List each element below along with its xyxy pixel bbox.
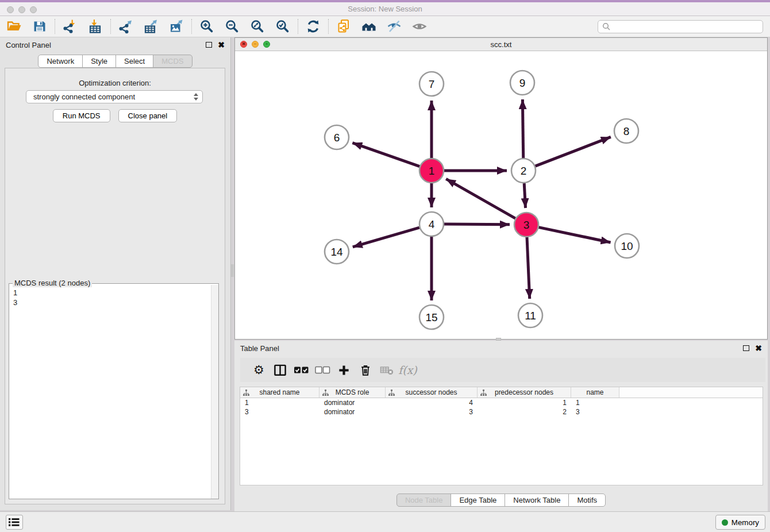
criterion-dropdown[interactable]: strongly connected component — [26, 90, 203, 103]
graph-node-11[interactable]: 11 — [518, 303, 542, 327]
graph-node-4[interactable]: 4 — [419, 212, 444, 236]
graph-edge-3-10[interactable] — [539, 228, 611, 242]
column-header-predecessor-nodes[interactable]: predecessor nodes — [478, 387, 571, 398]
column-header-shared-name[interactable]: shared name — [240, 387, 319, 398]
duplicate-documents-icon — [336, 19, 351, 34]
graph-node-7[interactable]: 7 — [419, 72, 444, 96]
column-header-MCDS-role[interactable]: MCDS role — [319, 387, 386, 398]
table-cell: 1 — [571, 398, 619, 407]
control-panel-title: Control Panel — [6, 41, 206, 49]
app-title: Session: New Session — [0, 5, 770, 13]
result-scrollbar[interactable] — [211, 285, 218, 499]
graph-edge-2-9[interactable] — [522, 99, 523, 158]
zoom-fit-button[interactable] — [248, 17, 267, 36]
table-cell-filler — [619, 398, 763, 407]
graph-node-2[interactable]: 2 — [511, 159, 536, 183]
export-image-button[interactable] — [167, 17, 186, 36]
tab-edge-table[interactable]: Edge Table — [451, 494, 505, 507]
save-session-button[interactable] — [30, 17, 49, 36]
graph-edge-3-11[interactable] — [527, 237, 530, 299]
close-panel-icon[interactable]: ✖ — [218, 41, 225, 49]
delete-column-button[interactable] — [355, 360, 376, 380]
graph-node-10[interactable]: 10 — [615, 234, 639, 258]
first-neighbors-button[interactable] — [359, 17, 379, 36]
memory-button[interactable]: Memory — [715, 515, 765, 530]
close-table-panel-icon[interactable]: ✖ — [755, 344, 762, 352]
float-panel-icon[interactable] — [206, 42, 212, 48]
table-cell: 3 — [240, 407, 319, 417]
memory-status-icon — [722, 519, 728, 526]
table-row[interactable]: 3dominator323 — [240, 407, 763, 417]
search-box[interactable] — [598, 20, 763, 33]
graph-edge-3-1[interactable] — [446, 179, 515, 218]
hide-selected-button[interactable] — [384, 17, 404, 36]
zoom-in-button[interactable] — [197, 17, 217, 36]
tab-mcds[interactable]: MCDS — [153, 55, 192, 68]
float-table-panel-icon[interactable] — [743, 345, 749, 351]
table-row[interactable]: 1dominator411 — [240, 398, 763, 407]
import-network-button[interactable] — [60, 17, 80, 36]
column-header-label: name — [586, 388, 603, 396]
export-table-button[interactable] — [141, 17, 161, 36]
tab-style[interactable]: Style — [82, 55, 116, 68]
open-session-button[interactable] — [5, 17, 24, 36]
network-window-titlebar[interactable]: ✖ − + scc.txt — [235, 38, 767, 51]
graph-edge-2-8[interactable] — [536, 137, 611, 166]
tab-node-table[interactable]: Node Table — [396, 494, 452, 507]
trash-icon — [359, 364, 372, 377]
titlebar-accent — [0, 0, 770, 2]
column-header-label: shared name — [259, 388, 299, 396]
graph-edge-2-3[interactable] — [524, 183, 525, 208]
tab-network[interactable]: Network — [38, 55, 83, 68]
save-floppy-icon — [32, 19, 47, 34]
vertical-splitter-handle[interactable] — [231, 264, 234, 277]
zoom-out-button[interactable] — [222, 17, 242, 36]
graph-node-label: 4 — [429, 218, 435, 230]
graph-edge-1-6[interactable] — [352, 143, 419, 167]
refresh-icon — [306, 19, 321, 34]
apply-layout-button[interactable] — [303, 17, 323, 36]
close-panel-button[interactable]: Close panel — [118, 109, 178, 122]
tab-motifs[interactable]: Motifs — [568, 494, 606, 507]
tab-select[interactable]: Select — [116, 55, 153, 68]
graph-node-8[interactable]: 8 — [614, 119, 638, 143]
column-header-name[interactable]: name — [571, 387, 619, 398]
graph-edge-4-14[interactable] — [353, 228, 419, 247]
eye-slash-icon — [387, 19, 402, 34]
toolbar-separator — [328, 19, 329, 34]
dropdown-stepper-icon — [193, 92, 199, 101]
graph-node-3[interactable]: 3 — [514, 213, 538, 237]
select-all-columns-button[interactable] — [291, 360, 312, 380]
search-icon — [602, 22, 610, 30]
delete-table-button[interactable] — [376, 360, 397, 380]
table-cell: 1 — [478, 398, 571, 407]
unselect-all-columns-button[interactable] — [312, 360, 333, 380]
table-options-button[interactable]: ⚙ — [248, 360, 270, 380]
graph-node-15[interactable]: 15 — [419, 305, 444, 329]
show-panels-button[interactable] — [6, 515, 23, 530]
graph-node-14[interactable]: 14 — [325, 240, 349, 264]
graph-node-6[interactable]: 6 — [325, 125, 349, 149]
column-header-label: MCDS role — [336, 388, 369, 396]
column-header-successor-nodes[interactable]: successor nodes — [386, 387, 478, 398]
tab-network-table[interactable]: Network Table — [505, 494, 569, 507]
table-cell: dominator — [319, 407, 386, 417]
network-canvas[interactable]: 7968124314101511 — [235, 51, 767, 339]
show-all-button[interactable] — [410, 17, 429, 36]
run-mcds-button[interactable]: Run MCDS — [53, 109, 110, 122]
zoom-selected-button[interactable] — [273, 17, 292, 36]
graph-edge-4-3[interactable] — [444, 224, 510, 225]
duplicate-network-button[interactable] — [334, 17, 353, 36]
split-view-button[interactable] — [270, 360, 291, 380]
function-builder-button[interactable]: f(x) — [397, 360, 418, 380]
graph-node-9[interactable]: 9 — [510, 71, 534, 95]
table-tabs: Node TableEdge TableNetwork TableMotifs — [234, 494, 768, 507]
mcds-result-box: MCDS result (2 nodes) 1 3 — [9, 283, 219, 499]
graph-node-1[interactable]: 1 — [419, 159, 444, 183]
mcds-result-text: 1 3 — [9, 285, 210, 499]
add-column-button[interactable] — [333, 360, 355, 380]
houses-icon — [361, 19, 376, 34]
export-network-button[interactable] — [116, 17, 136, 36]
import-table-button[interactable] — [86, 17, 105, 36]
search-input[interactable] — [610, 21, 763, 32]
